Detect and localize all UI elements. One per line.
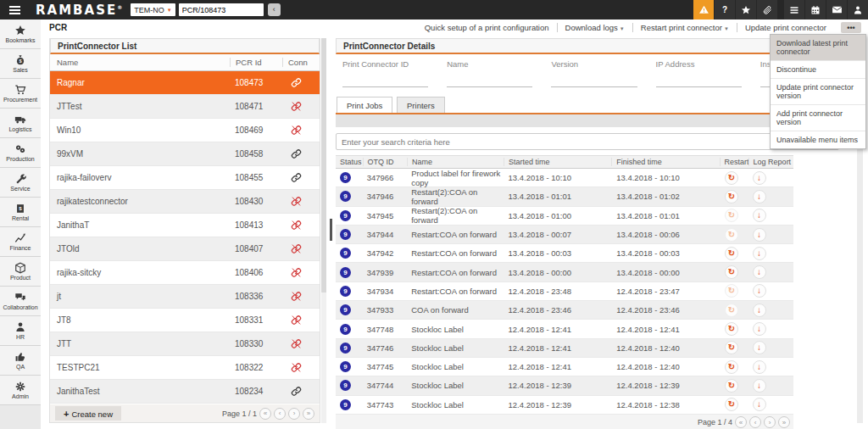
print-job-row[interactable]: 9347746Stockloc Label12.4.2018 - 12:4112…	[336, 339, 793, 358]
download-log-button[interactable]: ↓	[753, 341, 766, 354]
download-log-button[interactable]: ↓	[753, 190, 766, 203]
restart-job-button[interactable]: ↻	[725, 360, 738, 374]
print-job-row[interactable]: 9347744Stockloc Label12.4.2018 - 12:3912…	[336, 376, 793, 395]
print-job-row[interactable]: 9347748Stockloc Label12.4.2018 - 12:4112…	[336, 320, 793, 338]
column-header-otq-id[interactable]: OTQ ID	[363, 158, 407, 166]
column-header-finished-time[interactable]: Finished time	[611, 158, 719, 166]
scrollbar-thumb[interactable]	[321, 38, 326, 292]
sidebar-item-bookmarks[interactable]: Bookmarks	[0, 20, 41, 49]
page-last-button[interactable]: »	[778, 416, 790, 428]
restart-print-connector-button[interactable]: Restart print connector▼	[633, 23, 737, 32]
update-print-connector-button[interactable]: Update print connector	[737, 23, 834, 32]
page-next-button[interactable]: ›	[288, 408, 300, 420]
version-input[interactable]	[551, 69, 637, 87]
download-log-button[interactable]: ↓	[753, 322, 766, 336]
menu-item[interactable]: Add print connector version	[771, 105, 865, 131]
restart-job-button[interactable]: ↻	[725, 284, 738, 298]
sidebar-item-logistics[interactable]: Logistics	[0, 109, 41, 138]
download-logs-button[interactable]: Download logs▼	[558, 23, 632, 32]
print-job-row[interactable]: 9347945Restart(2):COA on forward13.4.201…	[336, 207, 793, 226]
restart-job-button[interactable]: ↻	[725, 304, 738, 317]
menu-icon[interactable]	[0, 0, 29, 20]
download-log-button[interactable]: ↓	[753, 265, 766, 279]
menu-item[interactable]: Unavailable menu items	[771, 131, 865, 148]
connector-row[interactable]: rajika-sitcky108406	[50, 261, 320, 285]
connector-row[interactable]: JT8108331	[50, 309, 320, 332]
print-job-row[interactable]: 9347745Stockloc Label12.4.2018 - 12:4112…	[336, 358, 793, 376]
tab-print-jobs[interactable]: Print Jobs	[337, 97, 392, 113]
download-log-button[interactable]: ↓	[753, 304, 766, 317]
sidebar-item-finance[interactable]: Finance	[0, 227, 41, 257]
sidebar-item-production[interactable]: Production	[0, 138, 41, 168]
restart-job-button[interactable]: ↻	[725, 171, 738, 185]
download-log-button[interactable]: ↓	[753, 360, 766, 374]
sidebar-item-sales[interactable]: $ Sales	[0, 49, 41, 79]
alert-icon[interactable]	[693, 0, 714, 20]
print-job-row[interactable]: 9347939Restart:COA on forward13.4.2018 -…	[336, 263, 793, 281]
list-scrollbar[interactable]	[321, 38, 326, 423]
page-last-button[interactable]: »	[303, 408, 314, 420]
connector-row[interactable]: rajika-failoverv108455	[50, 166, 320, 190]
sidebar-item-service[interactable]: Service	[0, 168, 41, 198]
messages-icon[interactable]	[826, 0, 847, 20]
sidebar-item-qa[interactable]: QA	[0, 346, 41, 376]
restart-job-button[interactable]: ↻	[725, 341, 738, 354]
column-header-conn[interactable]: Conn	[282, 58, 320, 67]
create-new-button[interactable]: +Create new	[55, 406, 121, 421]
column-header-status[interactable]: Status	[336, 158, 363, 166]
page-next-button[interactable]: ›	[764, 416, 776, 428]
sidebar-item-hr[interactable]: HR	[0, 316, 41, 346]
column-header-log-report[interactable]: Log Report	[748, 158, 793, 166]
column-header-pcr-id[interactable]: PCR Id	[230, 58, 282, 67]
restart-job-button[interactable]: ↻	[725, 379, 738, 393]
print-job-row[interactable]: 9347946Restart(2):COA on forward13.4.201…	[336, 187, 793, 206]
context-selector[interactable]: TEM-NO ▼	[131, 3, 175, 16]
more-options-button[interactable]: •••	[841, 22, 861, 33]
print-connector-id-input[interactable]	[342, 69, 428, 87]
profile-icon[interactable]	[848, 0, 868, 20]
command-input[interactable]	[179, 3, 264, 16]
panel-splitter-handle[interactable]	[330, 219, 332, 241]
restart-job-button[interactable]: ↻	[725, 265, 738, 279]
download-log-button[interactable]: ↓	[753, 379, 766, 393]
connector-row[interactable]: JanithaTest108234	[50, 380, 320, 404]
column-header-started-time[interactable]: Started time	[504, 158, 611, 166]
sidebar-item-collaboration[interactable]: Collaboration	[0, 287, 41, 316]
sidebar-item-admin[interactable]: Admin	[0, 376, 41, 405]
print-job-row[interactable]: 9347942Restart:COA on forward13.4.2018 -…	[336, 244, 793, 263]
restart-job-button[interactable]: ↻	[725, 190, 738, 203]
download-log-button[interactable]: ↓	[753, 228, 766, 242]
search-input[interactable]	[336, 133, 839, 150]
download-log-button[interactable]: ↓	[753, 171, 766, 185]
page-prev-button[interactable]: ‹	[274, 408, 286, 420]
print-job-row[interactable]: 9347933COA on forward12.4.2018 - 23:4612…	[336, 301, 793, 320]
favorites-icon[interactable]	[736, 0, 756, 20]
restart-job-button[interactable]: ↻	[725, 398, 738, 411]
restart-job-button[interactable]: ↻	[725, 228, 738, 242]
calendar-icon[interactable]	[805, 0, 826, 20]
column-header-restart[interactable]: Restart	[720, 158, 748, 166]
quick-setup-link[interactable]: Quick setup of a print configuration	[417, 23, 557, 32]
sidebar-item-product[interactable]: Product	[0, 257, 41, 287]
menu-item[interactable]: Update print connector version	[771, 79, 865, 105]
column-header-name[interactable]: Name	[407, 158, 504, 166]
connector-row[interactable]: JTOld108407	[50, 237, 320, 261]
connector-row[interactable]: rajikatestconnector108430	[50, 190, 320, 214]
menu-item[interactable]: Download latest print connector	[771, 35, 865, 61]
connector-row[interactable]: TESTPC21108322	[50, 356, 320, 380]
print-job-row[interactable]: 9347944Restart:COA on forward13.4.2018 -…	[336, 226, 793, 244]
page-first-button[interactable]: «	[259, 408, 271, 420]
connector-row[interactable]: JTTest108471	[50, 95, 320, 119]
connector-row[interactable]: jt108336	[50, 285, 320, 309]
download-log-button[interactable]: ↓	[753, 247, 766, 260]
connector-row[interactable]: 99xVM108458	[50, 142, 320, 166]
download-log-button[interactable]: ↓	[753, 398, 766, 411]
sidebar-item-rental[interactable]: $ Rental	[0, 198, 41, 227]
print-job-row[interactable]: 9347966Product label for firework copy13…	[336, 169, 793, 187]
connector-row[interactable]: JTT108330	[50, 332, 320, 356]
help-icon[interactable]: ?	[715, 0, 735, 20]
attachment-icon[interactable]	[757, 0, 777, 20]
connector-row[interactable]: Ragnar108473	[50, 71, 320, 95]
ip-address-input[interactable]	[656, 69, 742, 87]
page-first-button[interactable]: «	[735, 416, 747, 428]
